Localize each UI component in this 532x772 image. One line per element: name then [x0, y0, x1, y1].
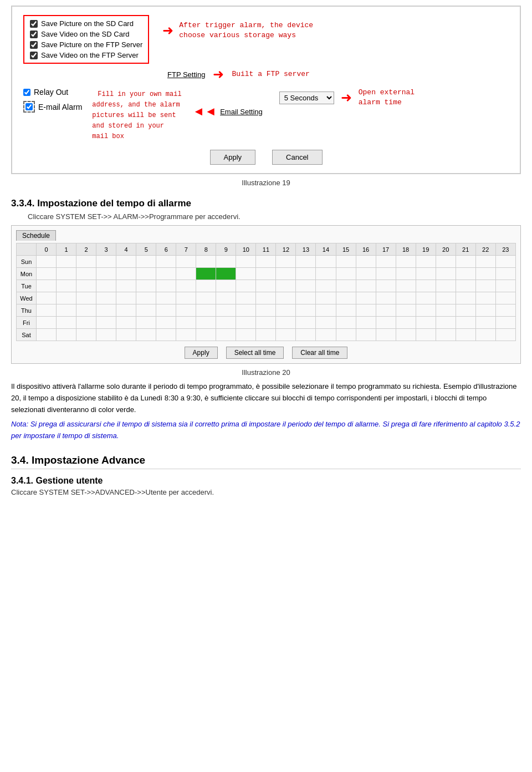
save-picture-ftp-checkbox[interactable] — [30, 41, 38, 49]
schedule-cell-sun-18[interactable] — [396, 256, 416, 268]
schedule-cell-sun-20[interactable] — [436, 256, 456, 268]
schedule-cell-sat-14[interactable] — [316, 329, 336, 341]
schedule-cell-sat-20[interactable] — [436, 329, 456, 341]
schedule-cell-fri-7[interactable] — [176, 317, 196, 329]
schedule-cell-sun-16[interactable] — [356, 256, 376, 268]
schedule-cell-sat-15[interactable] — [336, 329, 356, 341]
schedule-cell-tue-13[interactable] — [296, 280, 316, 292]
schedule-cell-mon-12[interactable] — [276, 268, 296, 280]
schedule-cell-thu-8[interactable] — [196, 304, 216, 317]
schedule-cell-wed-21[interactable] — [456, 292, 475, 304]
schedule-cell-sat-0[interactable] — [37, 329, 57, 341]
schedule-cell-mon-21[interactable] — [456, 268, 475, 280]
schedule-cell-tue-5[interactable] — [136, 280, 156, 292]
schedule-cell-thu-22[interactable] — [475, 304, 495, 317]
schedule-cell-sat-7[interactable] — [176, 329, 196, 341]
schedule-cell-fri-4[interactable] — [116, 317, 136, 329]
schedule-cell-mon-6[interactable] — [156, 268, 176, 280]
schedule-cell-sun-23[interactable] — [495, 256, 515, 268]
schedule-cell-tue-19[interactable] — [416, 280, 436, 292]
schedule-cell-thu-5[interactable] — [136, 304, 156, 317]
schedule-cell-fri-17[interactable] — [376, 317, 396, 329]
schedule-cell-thu-15[interactable] — [336, 304, 356, 317]
schedule-cell-sat-19[interactable] — [416, 329, 436, 341]
schedule-cell-wed-7[interactable] — [176, 292, 196, 304]
schedule-cell-mon-19[interactable] — [416, 268, 436, 280]
schedule-cell-fri-6[interactable] — [156, 317, 176, 329]
schedule-cell-fri-3[interactable] — [96, 317, 116, 329]
schedule-cell-sat-21[interactable] — [456, 329, 475, 341]
save-picture-sd-checkbox[interactable] — [30, 20, 38, 28]
schedule-cell-fri-23[interactable] — [495, 317, 515, 329]
schedule-cell-sat-13[interactable] — [296, 329, 316, 341]
schedule-cell-fri-20[interactable] — [436, 317, 456, 329]
schedule-cell-thu-10[interactable] — [236, 304, 256, 317]
schedule-cell-tue-20[interactable] — [436, 280, 456, 292]
schedule-cell-wed-18[interactable] — [396, 292, 416, 304]
schedule-cell-thu-17[interactable] — [376, 304, 396, 317]
schedule-cell-sun-12[interactable] — [276, 256, 296, 268]
schedule-cell-sun-6[interactable] — [156, 256, 176, 268]
schedule-cell-sat-23[interactable] — [495, 329, 515, 341]
schedule-cell-wed-8[interactable] — [196, 292, 216, 304]
schedule-cell-sat-1[interactable] — [57, 329, 76, 341]
schedule-cell-fri-12[interactable] — [276, 317, 296, 329]
schedule-cell-wed-22[interactable] — [475, 292, 495, 304]
schedule-cell-mon-22[interactable] — [475, 268, 495, 280]
schedule-cell-thu-11[interactable] — [256, 304, 276, 317]
schedule-cell-thu-13[interactable] — [296, 304, 316, 317]
schedule-cell-tue-17[interactable] — [376, 280, 396, 292]
schedule-cell-wed-16[interactable] — [356, 292, 376, 304]
schedule-cell-tue-6[interactable] — [156, 280, 176, 292]
schedule-cell-thu-14[interactable] — [316, 304, 336, 317]
schedule-cell-tue-22[interactable] — [475, 280, 495, 292]
schedule-cell-fri-0[interactable] — [37, 317, 57, 329]
schedule-cell-mon-3[interactable] — [96, 268, 116, 280]
schedule-cell-tue-12[interactable] — [276, 280, 296, 292]
schedule-cell-sat-4[interactable] — [116, 329, 136, 341]
schedule-cell-sun-11[interactable] — [256, 256, 276, 268]
schedule-cell-mon-7[interactable] — [176, 268, 196, 280]
schedule-cell-thu-7[interactable] — [176, 304, 196, 317]
schedule-cell-sat-5[interactable] — [136, 329, 156, 341]
schedule-apply-button[interactable]: Apply — [185, 347, 218, 359]
schedule-cell-fri-18[interactable] — [396, 317, 416, 329]
schedule-cell-tue-18[interactable] — [396, 280, 416, 292]
schedule-cell-wed-14[interactable] — [316, 292, 336, 304]
schedule-cell-wed-10[interactable] — [236, 292, 256, 304]
schedule-cell-tue-1[interactable] — [57, 280, 76, 292]
schedule-cell-thu-19[interactable] — [416, 304, 436, 317]
schedule-cell-tue-23[interactable] — [495, 280, 515, 292]
schedule-cell-fri-5[interactable] — [136, 317, 156, 329]
schedule-cell-fri-8[interactable] — [196, 317, 216, 329]
schedule-cell-mon-23[interactable] — [495, 268, 515, 280]
schedule-cell-sun-0[interactable] — [37, 256, 57, 268]
schedule-cell-thu-1[interactable] — [57, 304, 76, 317]
schedule-cell-sat-17[interactable] — [376, 329, 396, 341]
schedule-cell-mon-1[interactable] — [57, 268, 76, 280]
schedule-cell-tue-8[interactable] — [196, 280, 216, 292]
schedule-cell-mon-11[interactable] — [256, 268, 276, 280]
schedule-cell-fri-14[interactable] — [316, 317, 336, 329]
save-video-ftp-item[interactable]: Save Video on the FTP Server — [30, 51, 142, 59]
schedule-cell-mon-0[interactable] — [37, 268, 57, 280]
save-video-sd-item[interactable]: Save Video on the SD Card — [30, 30, 142, 38]
schedule-cell-sun-9[interactable] — [216, 256, 236, 268]
schedule-cell-wed-0[interactable] — [37, 292, 57, 304]
schedule-cell-sat-11[interactable] — [256, 329, 276, 341]
schedule-cell-sat-9[interactable] — [216, 329, 236, 341]
schedule-cell-wed-11[interactable] — [256, 292, 276, 304]
apply-button-fig19[interactable]: Apply — [210, 150, 256, 165]
schedule-cell-thu-2[interactable] — [76, 304, 96, 317]
save-picture-ftp-item[interactable]: Save Picture on the FTP Server — [30, 40, 142, 49]
schedule-cell-sun-21[interactable] — [456, 256, 475, 268]
schedule-cell-fri-2[interactable] — [76, 317, 96, 329]
schedule-cell-sun-19[interactable] — [416, 256, 436, 268]
schedule-cell-mon-17[interactable] — [376, 268, 396, 280]
schedule-cell-wed-20[interactable] — [436, 292, 456, 304]
schedule-cell-fri-15[interactable] — [336, 317, 356, 329]
save-video-ftp-checkbox[interactable] — [30, 52, 38, 59]
schedule-cell-wed-3[interactable] — [96, 292, 116, 304]
schedule-cell-tue-21[interactable] — [456, 280, 475, 292]
schedule-cell-fri-16[interactable] — [356, 317, 376, 329]
